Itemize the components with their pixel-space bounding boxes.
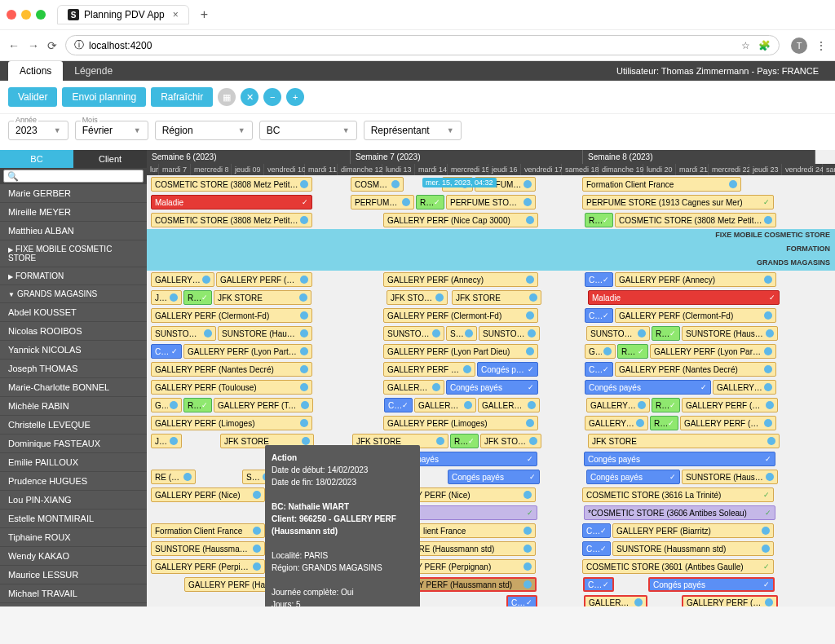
star-icon[interactable]: ☆ [741, 40, 750, 51]
profile-avatar[interactable]: T [791, 37, 807, 54]
task-chip[interactable]: GALLERY PERF (Haur [584, 595, 647, 607]
task-chip[interactable]: JFK STORE [387, 290, 448, 305]
task-chip[interactable]: GALLERY PERF (Biarritz) [612, 523, 774, 538]
task-chip[interactable]: SUNSTORE (Haussmann std) [682, 326, 778, 341]
gantt-grid[interactable]: Semaine 6 (2023) Semaine 7 (2023) Semain… [147, 150, 835, 607]
task-chip[interactable]: JFK STORE [452, 290, 541, 305]
task-chip[interactable]: GALLER [585, 344, 616, 359]
task-chip[interactable]: GALLERY PERF (Limoges) [383, 416, 538, 430]
task-chip[interactable]: Formation Client France [151, 523, 265, 538]
task-chip[interactable]: GALLERY PERF (Nantes Decré) [383, 362, 475, 377]
task-chip[interactable]: GALLERY PERF (Nantes Decré) [615, 362, 776, 377]
new-tab-button[interactable]: + [201, 7, 208, 22]
task-chip[interactable]: Formation Client France [582, 177, 741, 192]
task-chip[interactable]: Congés✓ [506, 595, 537, 607]
task-chip[interactable]: GALLERY PERF (Tou [586, 398, 650, 412]
filter-annee[interactable]: Année 2023▼ [8, 121, 68, 140]
task-chip[interactable]: COSMETIC STORE (3808 Metz Petit Paris) [615, 213, 776, 227]
task-chip[interactable]: COSMETIC STORE (1 [351, 177, 404, 192]
forward-icon[interactable]: → [28, 39, 39, 52]
task-chip[interactable]: Congés✓ [582, 523, 611, 538]
task-chip[interactable]: Congés✓ [151, 344, 182, 359]
task-chip[interactable]: Congés✓ [582, 541, 611, 556]
url-bar[interactable]: ⓘ localhost:4200 ☆ 🧩 [65, 35, 780, 55]
task-chip[interactable]: GALLERY PERF (Toulouse) [682, 398, 778, 412]
task-chip[interactable]: Récupé✓ [652, 398, 680, 412]
task-chip[interactable]: GALLER [151, 398, 182, 412]
task-chip[interactable]: Congés payés✓ [585, 380, 711, 395]
task-chip[interactable]: PERFUME STORE (1913 Cagnes sur Mer)✓ [582, 195, 774, 210]
person-row[interactable]: Mélissa MESQUIN [0, 603, 147, 607]
task-chip[interactable]: GALLERY PERF (Toulouse) [151, 380, 312, 395]
task-chip[interactable]: Récupé✓ [183, 290, 212, 305]
task-chip[interactable]: GALLERY PERF (Limoges) [680, 416, 776, 430]
task-chip[interactable]: GALLERY PERF (Toul [478, 398, 540, 412]
task-chip[interactable]: GALLERY PERF (Lyon Part Dieu) [183, 344, 312, 359]
task-chip[interactable]: Congés payés✓ [584, 452, 775, 466]
task-chip[interactable]: GALLERY PERF (Toulouse) [214, 398, 313, 412]
tab-actions[interactable]: Actions [8, 61, 63, 81]
task-chip[interactable]: Récupé✓ [650, 416, 678, 430]
extension-icon[interactable]: 🧩 [758, 40, 771, 51]
rafraichir-button[interactable]: Rafraîchir [151, 87, 213, 107]
task-chip[interactable]: GALLERY PERF (Ann [151, 272, 214, 287]
envoi-planning-button[interactable]: Envoi planning [62, 87, 146, 107]
task-chip[interactable]: Récupé✓ [585, 213, 613, 227]
sidetab-client[interactable]: Client [73, 150, 147, 168]
group-row[interactable]: ▶FIXE MOBILE COSMETIC STORE [0, 240, 147, 267]
person-row[interactable]: Abdel KOUSSET [0, 303, 147, 322]
task-chip[interactable]: GALLERY PERF (Limc [585, 416, 648, 430]
task-chip[interactable]: GALLERY PERF (Nice) [151, 487, 265, 502]
task-chip[interactable]: GALLERY PERF (Annecy) [615, 272, 776, 287]
person-row[interactable]: Nicolas ROOIBOS [0, 322, 147, 341]
task-chip[interactable]: Congés✓ [384, 398, 413, 412]
person-row[interactable]: Yannick NICOLAS [0, 341, 147, 359]
sidebar-search-input[interactable] [3, 170, 144, 183]
task-chip[interactable]: GALLERY PERF (Nice Cap 3000) [383, 213, 538, 227]
task-chip[interactable]: GALLERY PERF (Annecy) [216, 272, 312, 287]
task-chip[interactable]: SUNSTORE (Haussmann std) [218, 326, 312, 341]
task-chip[interactable]: Congés✓ [583, 577, 614, 592]
task-chip[interactable]: lient France [419, 523, 536, 538]
task-chip[interactable]: PERFUME STORE (62 Thionville Ge [446, 195, 536, 210]
task-chip[interactable]: GALLERY PERF (Haussmann std) [682, 595, 778, 607]
task-chip[interactable]: GALLERY PERF (Lyon Part Dieu) [650, 344, 776, 359]
task-chip[interactable]: COSMETIC STORE (3808 Metz Petit Paris) [151, 213, 312, 227]
task-chip[interactable]: Récupé✓ [617, 344, 648, 359]
task-chip[interactable]: SUNSTOR [446, 326, 477, 341]
task-chip[interactable]: JFK STO [151, 290, 182, 305]
person-row[interactable]: Mireille MEYER [0, 203, 147, 222]
task-chip[interactable]: GALLERY PERF (Nantes Decré) [151, 362, 312, 377]
person-row[interactable]: Emilie PAILLOUX [0, 453, 147, 472]
task-chip[interactable]: JFK STORE [480, 434, 541, 448]
sidetab-bc[interactable]: BC [0, 150, 73, 168]
task-chip[interactable]: SUNSTORE (Haussmann std) [151, 541, 265, 556]
group-row[interactable]: ▶FORMATION [0, 267, 147, 285]
task-chip[interactable]: Récupé✓ [652, 326, 680, 341]
task-chip[interactable]: SUNSTORE (Haussm [479, 326, 540, 341]
task-chip[interactable]: PERFUME STORE (62 [351, 195, 414, 210]
valider-button[interactable]: Valider [8, 87, 57, 107]
person-row[interactable]: Marie GERBER [0, 184, 147, 203]
close-circle-icon[interactable]: ✕ [241, 88, 258, 106]
person-row[interactable]: Marie-Charlotte BONNEL [0, 378, 147, 397]
person-row[interactable]: Christelle LEVEQUE [0, 416, 147, 434]
task-chip[interactable]: Congés payés✓ [648, 577, 775, 592]
person-row[interactable]: Michael TRAVAIL [0, 584, 147, 603]
filter-bc[interactable]: BC▼ [259, 121, 357, 140]
task-chip[interactable]: SUNSTORE (Haussmann std) [682, 470, 778, 484]
window-controls[interactable] [7, 10, 46, 20]
person-row[interactable]: Michèle RABIN [0, 397, 147, 416]
task-chip[interactable]: RE (Haussm [151, 470, 196, 484]
task-chip[interactable]: Congés✓ [585, 362, 613, 377]
task-chip[interactable]: GALLERY PERF (Limoges) [151, 416, 312, 430]
task-chip[interactable]: Récupé✓ [416, 195, 444, 210]
task-chip[interactable]: Congés payés✓ [477, 362, 538, 377]
filter-mois[interactable]: Mois Février▼ [75, 121, 148, 140]
menu-icon[interactable]: ⋮ [815, 39, 827, 52]
task-chip[interactable]: SUNSTORE (Haussmann std) [612, 541, 774, 556]
task-chip[interactable]: COSMETIC STORE (3601 (Antibes Gaulle)✓ [582, 559, 774, 574]
task-chip[interactable]: Congés✓ [585, 308, 613, 323]
group-row[interactable]: ▼GRANDS MAGASINS [0, 285, 147, 303]
task-chip[interactable]: JFK STORE [214, 290, 311, 305]
